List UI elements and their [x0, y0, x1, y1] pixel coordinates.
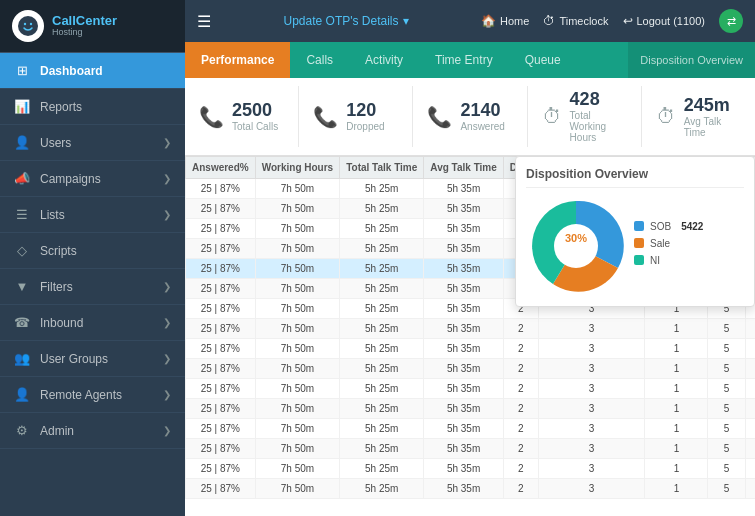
table-cell: 1: [645, 419, 708, 439]
table-cell: 5: [708, 439, 745, 459]
sidebar-item-remote-agents[interactable]: 👤 Remote Agents ❯: [0, 377, 185, 413]
tab-calls[interactable]: Calls: [290, 42, 349, 78]
sidebar-logo: CallCenter Hosting: [0, 0, 185, 53]
table-row[interactable]: 25 | 87%7h 50m5h 25m5h 35m231535821: [186, 319, 756, 339]
table-cell: 7h 50m: [255, 459, 339, 479]
table-cell: 7h 50m: [255, 439, 339, 459]
stat-label-avg-talk-time: Avg Talk Time: [684, 116, 741, 138]
sidebar-item-left: 📣 Campaigns: [14, 171, 101, 186]
update-otp-link[interactable]: Update OTP's Details ▾: [284, 14, 409, 28]
total-calls-icon: 📞: [199, 105, 224, 129]
table-cell: 1: [645, 379, 708, 399]
disposition-content: 30% SOB 5422 Sale NI: [526, 196, 744, 296]
table-cell: 5h 35m: [424, 219, 504, 239]
sidebar-item-campaigns[interactable]: 📣 Campaigns ❯: [0, 161, 185, 197]
hamburger-icon[interactable]: ☰: [197, 12, 211, 31]
table-cell: 2: [503, 479, 538, 499]
table-cell: 5h 35m: [424, 399, 504, 419]
share-button[interactable]: ⇄: [719, 9, 743, 33]
table-cell: 5h 35m: [424, 419, 504, 439]
stat-label-answered: Answered: [460, 121, 504, 132]
sidebar-item-left: ☎ Inbound: [14, 315, 83, 330]
table-cell: 1: [645, 479, 708, 499]
table-cell: 5: [708, 319, 745, 339]
topnav: ☰ Update OTP's Details ▾ 🏠 Home ⏱ Timecl…: [185, 0, 755, 42]
table-row[interactable]: 25 | 87%7h 50m5h 25m5h 35m23153: [186, 459, 756, 479]
sidebar-item-left: ◇ Scripts: [14, 243, 77, 258]
table-row[interactable]: 25 | 87%7h 50m5h 25m5h 35m231535821: [186, 439, 756, 459]
table-cell: 2: [503, 399, 538, 419]
logo-text: CallCenter Hosting: [52, 14, 117, 38]
table-cell: 7h 50m: [255, 299, 339, 319]
stat-value-avg-talk-time: 245m: [684, 96, 741, 114]
stat-label-dropped: Dropped: [346, 121, 384, 132]
tab-queue[interactable]: Queue: [509, 42, 577, 78]
sob-dot: [634, 221, 644, 231]
table-row[interactable]: 25 | 87%7h 50m5h 25m5h 35m23153: [186, 399, 756, 419]
timeclock-button[interactable]: ⏱ Timeclock: [543, 14, 608, 28]
stat-value-total-working-hours: 428: [570, 90, 627, 108]
pie-legend: SOB 5422 Sale NI: [634, 221, 744, 272]
tab-time-entry[interactable]: Time Entry: [419, 42, 509, 78]
sidebar-item-filters[interactable]: ▼ Filters ❯: [0, 269, 185, 305]
table-row[interactable]: 25 | 87%7h 50m5h 25m5h 35m23153: [186, 419, 756, 439]
logo-icon: [12, 10, 44, 42]
sidebar-item-reports[interactable]: 📊 Reports: [0, 89, 185, 125]
sidebar-item-users[interactable]: 👤 Users ❯: [0, 125, 185, 161]
sidebar-item-user-groups[interactable]: 👥 User Groups ❯: [0, 341, 185, 377]
logout-button[interactable]: ↩ Logout (1100): [623, 14, 706, 28]
stat-info-avg-talk-time: 245m Avg Talk Time: [684, 96, 741, 138]
tab-performance[interactable]: Performance: [185, 42, 290, 78]
table-cell: 5: [708, 399, 745, 419]
table-cell: 25 | 87%: [186, 219, 256, 239]
table-cell: 3: [745, 359, 755, 379]
table-cell: 7h 50m: [255, 339, 339, 359]
svg-point-2: [30, 23, 32, 25]
table-cell: 5h 25m: [340, 359, 424, 379]
table-cell: 3: [538, 319, 645, 339]
table-cell: 3: [745, 399, 755, 419]
disposition-title: Disposition Overview: [526, 167, 744, 188]
table-cell: 5h 35m: [424, 359, 504, 379]
sidebar-label-campaigns: Campaigns: [40, 172, 101, 186]
table-cell: 1: [645, 399, 708, 419]
campaigns-icon: 📣: [14, 171, 30, 186]
tab-activity[interactable]: Activity: [349, 42, 419, 78]
table-cell: 3: [538, 399, 645, 419]
home-button[interactable]: 🏠 Home: [481, 14, 529, 28]
table-cell: 3: [538, 359, 645, 379]
table-row[interactable]: 25 | 87%7h 50m5h 25m5h 35m231535821: [186, 479, 756, 499]
table-cell: 5h 25m: [340, 219, 424, 239]
table-header: Working Hours: [255, 157, 339, 179]
table-cell: 1: [645, 359, 708, 379]
table-cell: 5h 25m: [340, 419, 424, 439]
table-cell: 25 | 87%: [186, 319, 256, 339]
table-cell: 5h 25m: [340, 399, 424, 419]
table-cell: 2: [503, 379, 538, 399]
chevron-icon: ❯: [163, 317, 171, 328]
sidebar-item-scripts[interactable]: ◇ Scripts: [0, 233, 185, 269]
sidebar-item-admin[interactable]: ⚙ Admin ❯: [0, 413, 185, 449]
topnav-center: Update OTP's Details ▾: [227, 14, 465, 28]
sidebar-item-lists[interactable]: ☰ Lists ❯: [0, 197, 185, 233]
main-content: ☰ Update OTP's Details ▾ 🏠 Home ⏱ Timecl…: [185, 0, 755, 516]
table-cell: 5h 35m: [424, 339, 504, 359]
dropdown-arrow-icon: ▾: [403, 14, 409, 28]
table-cell: 7h 50m: [255, 319, 339, 339]
sidebar-label-users: Users: [40, 136, 71, 150]
chevron-icon: ❯: [163, 389, 171, 400]
sidebar-item-inbound[interactable]: ☎ Inbound ❯: [0, 305, 185, 341]
filters-icon: ▼: [14, 279, 30, 294]
table-cell: 5h 25m: [340, 199, 424, 219]
table-row[interactable]: 25 | 87%7h 50m5h 25m5h 35m23153: [186, 339, 756, 359]
brand-sub: Hosting: [52, 28, 117, 38]
legend-sob: SOB 5422: [634, 221, 744, 232]
users-icon: 👤: [14, 135, 30, 150]
table-row[interactable]: 25 | 87%7h 50m5h 25m5h 35m231535821: [186, 379, 756, 399]
sidebar-label-filters: Filters: [40, 280, 73, 294]
table-row[interactable]: 25 | 87%7h 50m5h 25m5h 35m231535821: [186, 359, 756, 379]
svg-point-3: [554, 224, 598, 268]
clock-icon: ⏱: [543, 14, 555, 28]
sidebar-item-dashboard[interactable]: ⊞ Dashboard: [0, 53, 185, 89]
table-cell: 5h 25m: [340, 339, 424, 359]
